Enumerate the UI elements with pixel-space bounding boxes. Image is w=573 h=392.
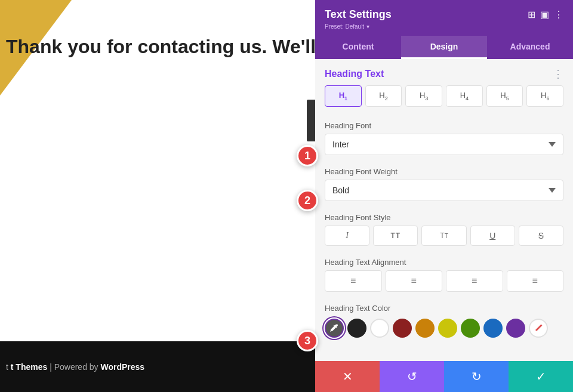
custom-color-swatch[interactable] xyxy=(529,319,548,338)
strikethrough-button[interactable]: S xyxy=(519,226,563,246)
uppercase-button[interactable]: TT xyxy=(373,226,418,246)
italic-button[interactable]: I xyxy=(325,226,369,246)
h1-button[interactable]: H1 xyxy=(325,85,362,107)
heading-font-weight-section: Heading Font Weight Bold xyxy=(315,161,573,207)
heading-text-row: Heading Text ⋮ xyxy=(315,59,573,85)
align-justify-button[interactable]: ≡ xyxy=(507,270,564,292)
tab-advanced[interactable]: Advanced xyxy=(487,36,573,59)
alignment-buttons: ≡ ≡ ≡ ≡ xyxy=(325,270,563,292)
undo-button[interactable]: ↺ xyxy=(380,361,444,392)
step-badge-2: 2 xyxy=(297,190,318,211)
panel-icon-grid[interactable]: ⊞ xyxy=(528,9,535,20)
h6-button[interactable]: H6 xyxy=(526,85,563,107)
heading-text-alignment-section: Heading Text Alignment ≡ ≡ ≡ ≡ xyxy=(315,252,573,298)
heading-font-select[interactable]: Inter xyxy=(325,134,563,155)
purple-swatch[interactable] xyxy=(506,319,525,338)
yellow-swatch[interactable] xyxy=(438,319,457,338)
h5-button[interactable]: H5 xyxy=(486,85,523,107)
preset-chevron: ▾ xyxy=(366,23,369,30)
redo-button[interactable]: ↻ xyxy=(444,361,509,392)
heading-font-weight-select[interactable]: Bold xyxy=(325,180,563,201)
align-left-button[interactable]: ≡ xyxy=(325,270,382,292)
h3-button[interactable]: H3 xyxy=(405,85,442,107)
page-background: Thank you for contacting us. We'll ge xyxy=(0,0,315,392)
redo-icon: ↻ xyxy=(472,369,482,384)
pencil-icon xyxy=(534,323,543,333)
action-bar: ✕ ↺ ↻ ✓ xyxy=(315,361,573,392)
text-settings-panel: Text Settings ⊞ ▣ ⋮ Preset: Default ▾ Co… xyxy=(315,0,573,392)
heading-text-color-label: Heading Text Color xyxy=(325,304,563,313)
panel-header: Text Settings ⊞ ▣ ⋮ Preset: Default ▾ xyxy=(315,0,573,36)
panel-icon-sidebar[interactable]: ▣ xyxy=(540,9,549,20)
confirm-icon: ✓ xyxy=(536,369,546,384)
capitalize-button[interactable]: TT xyxy=(421,226,466,246)
step-badge-1: 1 xyxy=(297,145,318,166)
red-swatch[interactable] xyxy=(393,319,412,338)
heading-text-color-section: Heading Text Color xyxy=(315,298,573,346)
panel-handle[interactable] xyxy=(307,100,315,141)
tab-design[interactable]: Design xyxy=(401,36,487,59)
heading-level-buttons: H1 H2 H3 H4 H5 H6 xyxy=(315,85,573,115)
step-badge-3: 3 xyxy=(297,330,318,351)
panel-icon-more[interactable]: ⋮ xyxy=(554,9,563,20)
footer-text: t t Themes | Powered by WordPress xyxy=(6,362,144,372)
align-center-button[interactable]: ≡ xyxy=(386,270,443,292)
black-swatch[interactable] xyxy=(347,319,366,338)
green-swatch[interactable] xyxy=(461,319,480,338)
tab-content[interactable]: Content xyxy=(315,36,401,59)
page-heading: Thank you for contacting us. We'll ge xyxy=(0,36,315,58)
preset-label: Preset: Default xyxy=(325,23,364,30)
blue-swatch[interactable] xyxy=(483,319,503,338)
underline-button[interactable]: U xyxy=(470,226,515,246)
panel-tabs: Content Design Advanced xyxy=(315,36,573,59)
eyedropper-swatch[interactable] xyxy=(325,319,344,338)
heading-text-label: Heading Text xyxy=(325,69,384,79)
heading-font-section: Heading Font Inter xyxy=(315,115,573,161)
heading-font-label: Heading Font xyxy=(325,121,563,130)
white-swatch[interactable] xyxy=(370,319,389,338)
align-right-button[interactable]: ≡ xyxy=(446,270,503,292)
panel-preset[interactable]: Preset: Default ▾ xyxy=(325,23,563,30)
cancel-button[interactable]: ✕ xyxy=(315,361,380,392)
panel-title-icons: ⊞ ▣ ⋮ xyxy=(528,9,563,20)
h4-button[interactable]: H4 xyxy=(446,85,483,107)
orange-swatch[interactable] xyxy=(415,319,435,338)
panel-title: Text Settings xyxy=(325,8,392,21)
cancel-icon: ✕ xyxy=(343,369,353,384)
color-swatches xyxy=(325,316,563,340)
heading-text-alignment-label: Heading Text Alignment xyxy=(325,258,563,267)
heading-font-style-label: Heading Font Style xyxy=(325,213,563,222)
heading-more-icon[interactable]: ⋮ xyxy=(553,67,563,81)
panel-body: Heading Text ⋮ H1 H2 H3 H4 H5 H6 Heading… xyxy=(315,59,573,361)
panel-title-row: Text Settings ⊞ ▣ ⋮ xyxy=(325,8,563,21)
heading-font-weight-label: Heading Font Weight xyxy=(325,167,563,176)
confirm-button[interactable]: ✓ xyxy=(509,361,573,392)
eyedropper-icon xyxy=(329,323,339,333)
font-style-buttons: I TT TT U S xyxy=(325,226,563,246)
undo-icon: ↺ xyxy=(407,369,417,384)
h2-button[interactable]: H2 xyxy=(365,85,402,107)
heading-font-style-section: Heading Font Style I TT TT U S xyxy=(315,207,573,252)
